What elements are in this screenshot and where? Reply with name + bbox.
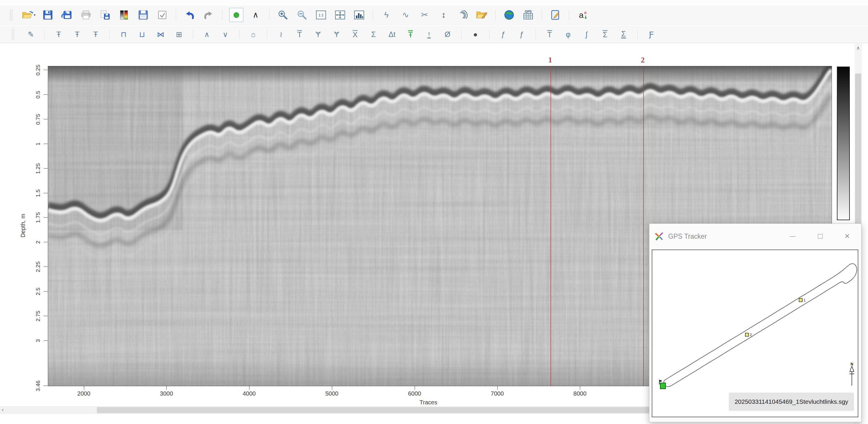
gps-window-close-button[interactable]: × — [841, 230, 854, 242]
fit-to-window-button[interactable] — [333, 8, 347, 22]
y-tick-label: 3.46 — [35, 376, 41, 396]
save-file-button[interactable] — [41, 8, 55, 22]
gps-waypoint-label-1: 1 — [803, 298, 806, 302]
range-gate-button-icon: Ŧ — [408, 30, 412, 39]
fft-button[interactable]: Ƒ — [646, 29, 657, 40]
x-tick-label: 4000 — [236, 390, 262, 397]
background-removal-button-icon: ⌂ — [251, 31, 255, 38]
google-earth-button[interactable] — [502, 8, 516, 22]
wavelet-button[interactable]: ≀ — [275, 29, 287, 40]
time-zero-top-button[interactable]: Ŧ — [53, 29, 65, 40]
zoom-out-button[interactable] — [295, 8, 309, 22]
y-tick-mark — [44, 144, 48, 144]
highpass-filter-button[interactable]: ⊔ — [136, 29, 148, 40]
open-file-button[interactable]: ▾ — [22, 8, 35, 22]
vertical-scrollbar-thumb[interactable] — [855, 74, 861, 226]
bandpass-filter-button[interactable]: ⋈ — [155, 29, 166, 40]
x-average-button[interactable]: X — [349, 29, 361, 40]
cut-traces-button[interactable]: ✂ — [418, 8, 431, 22]
print-button[interactable] — [79, 8, 93, 22]
trace-edit-button[interactable]: ✎ — [25, 29, 37, 40]
gps-table-button[interactable]: GPS — [522, 8, 535, 22]
gps-window-maximize-button[interactable]: □ — [814, 230, 827, 242]
x-tick-mark — [580, 386, 580, 390]
phase-button[interactable]: φ — [562, 29, 574, 40]
edit-file-button[interactable] — [475, 8, 489, 22]
range-gate-button[interactable]: Ŧ — [405, 29, 416, 40]
gps-track-path — [664, 264, 857, 387]
redo-button[interactable] — [202, 8, 215, 22]
time-zero-bottom-button[interactable]: Ŧ — [90, 29, 101, 40]
frequency-func2-button[interactable]: ƒ — [516, 29, 528, 40]
y-tick-label: 0.75 — [35, 110, 41, 129]
shift-left-button-icon: Ɏ — [316, 31, 321, 38]
svg-text:GPS: GPS — [525, 10, 531, 13]
raise-zero-button[interactable]: ↑ — [423, 29, 435, 40]
sigma-lower-button[interactable]: Σ — [618, 29, 629, 40]
toolbar-separator — [110, 30, 110, 39]
gps-window-title: GPS Tracker — [668, 232, 707, 240]
undo-button[interactable] — [183, 8, 196, 22]
view-options-button[interactable] — [156, 8, 169, 22]
zoom-in-button[interactable] — [276, 8, 290, 22]
trace-flag-line-1[interactable] — [551, 66, 551, 386]
text-labels-button[interactable]: aя — [576, 8, 590, 22]
integrate-button[interactable]: ∫ — [581, 29, 592, 40]
horizontal-scrollbar-thumb[interactable] — [97, 407, 649, 413]
save-section-button-icon — [138, 10, 148, 20]
y-tick-mark — [44, 316, 48, 316]
save-section-button[interactable] — [136, 8, 150, 22]
histogram-view-button-icon — [354, 10, 365, 20]
scale-1to1-button[interactable]: 1:1 — [314, 8, 328, 22]
x-tick-label: 8000 — [567, 390, 593, 397]
gps-point-toggle[interactable] — [229, 8, 243, 22]
toolbar-separator — [44, 30, 45, 39]
shift-left-button[interactable]: Ɏ — [312, 29, 324, 40]
envelope-lower-button[interactable]: ∨ — [219, 29, 231, 40]
prism-app-window: ▾∧1:1ϟ∿✂↕GPSaя ✎ŦŦŦ⊓⊔⋈⊞∧∨⌂≀TɎɎXΣΔtŦ↑Ø●ƒƒ… — [0, 0, 868, 424]
gps-window-minimize-button[interactable]: — — [786, 230, 799, 242]
palette-button[interactable] — [117, 8, 131, 22]
delta-t-button[interactable]: Δt — [386, 29, 398, 40]
horizontal-scrollbar[interactable]: ‹ — [0, 406, 649, 414]
shift-right-button[interactable]: Ɏ — [331, 29, 342, 40]
vertical-scale-button[interactable]: ↕ — [437, 8, 451, 22]
sigma-upper-button[interactable]: Σ — [599, 29, 611, 40]
time-zero-center-button-icon: Ŧ — [75, 31, 79, 38]
mean-trace-button[interactable]: T — [294, 29, 306, 40]
trace-sample-button[interactable]: ϟ — [380, 8, 393, 22]
peak-tracking-button[interactable]: ∧ — [249, 8, 262, 22]
frequency-func1-button[interactable]: ƒ — [497, 29, 509, 40]
y-tick-mark — [44, 168, 48, 169]
y-tick-label: 1 — [35, 134, 41, 154]
gps-track-plot — [652, 250, 858, 417]
time-zero-center-button[interactable]: Ŧ — [71, 29, 83, 40]
matrix-filter-button[interactable]: ⊞ — [173, 29, 185, 40]
toolbar-grip[interactable] — [10, 9, 12, 21]
export-image-button[interactable] — [98, 8, 112, 22]
signal-ripples-button[interactable] — [456, 8, 469, 22]
wiggle-view-button[interactable]: ∿ — [399, 8, 412, 22]
gps-window-titlebar[interactable]: GPS Tracker — □ × — [649, 224, 861, 249]
sphere-filter-button[interactable]: ● — [469, 29, 481, 40]
remove-dc-button[interactable]: Ø — [442, 29, 453, 40]
toolbar-separator — [489, 30, 490, 39]
scroll-left-arrow-icon[interactable]: ‹ — [2, 406, 3, 413]
trace-flag-line-2[interactable] — [643, 66, 644, 386]
scroll-up-arrow-icon[interactable]: ∧ — [855, 45, 862, 51]
toolbar-grip[interactable] — [12, 29, 14, 40]
gps-map-frame[interactable]: 12 N 20250331141045469_1Stevluchtlinks.s… — [652, 250, 858, 417]
peak-tracking-button-icon: ∧ — [253, 11, 259, 19]
stack-sum-button[interactable]: Σ — [368, 29, 379, 40]
background-removal-button[interactable]: ⌂ — [247, 29, 259, 40]
trace-sample-button-icon: ϟ — [384, 11, 389, 19]
report-button[interactable] — [549, 8, 562, 22]
save-copy-button[interactable] — [60, 8, 74, 22]
time-cut-button[interactable]: T — [544, 29, 556, 40]
histogram-view-button[interactable] — [352, 8, 366, 22]
dropdown-caret-icon: ▾ — [34, 13, 35, 17]
gps-waypoint-label-2: 2 — [750, 332, 752, 337]
lowpass-filter-button[interactable]: ⊓ — [118, 29, 129, 40]
envelope-upper-button[interactable]: ∧ — [201, 29, 213, 40]
x-tick-label: 7000 — [484, 390, 510, 397]
